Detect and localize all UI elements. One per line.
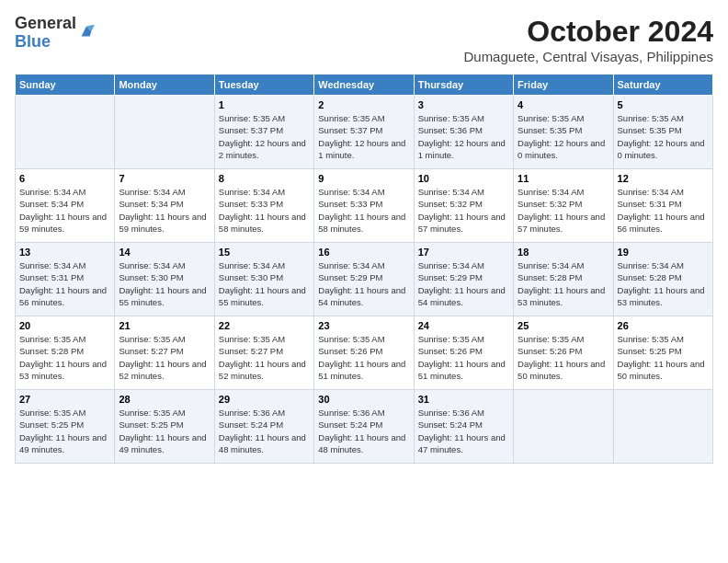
day-detail: Sunrise: 5:34 AM Sunset: 5:32 PM Dayligh… bbox=[518, 186, 609, 235]
calendar-cell: 12Sunrise: 5:34 AM Sunset: 5:31 PM Dayli… bbox=[613, 169, 712, 243]
day-detail: Sunrise: 5:34 AM Sunset: 5:30 PM Dayligh… bbox=[219, 259, 310, 308]
day-detail: Sunrise: 5:35 AM Sunset: 5:36 PM Dayligh… bbox=[418, 112, 509, 161]
day-number: 16 bbox=[318, 247, 409, 258]
calendar-cell: 2Sunrise: 5:35 AM Sunset: 5:37 PM Daylig… bbox=[314, 96, 414, 169]
calendar-week-row: 6Sunrise: 5:34 AM Sunset: 5:34 PM Daylig… bbox=[16, 169, 713, 243]
day-number: 27 bbox=[19, 394, 110, 405]
day-number: 14 bbox=[119, 247, 210, 258]
day-number: 6 bbox=[19, 173, 110, 184]
day-number: 13 bbox=[19, 247, 110, 258]
day-detail: Sunrise: 5:34 AM Sunset: 5:30 PM Dayligh… bbox=[119, 259, 210, 308]
day-detail: Sunrise: 5:34 AM Sunset: 5:28 PM Dayligh… bbox=[618, 259, 709, 308]
day-number: 4 bbox=[518, 99, 609, 110]
day-detail: Sunrise: 5:34 AM Sunset: 5:29 PM Dayligh… bbox=[318, 259, 409, 308]
calendar-week-row: 27Sunrise: 5:35 AM Sunset: 5:25 PM Dayli… bbox=[16, 390, 713, 464]
calendar-cell bbox=[16, 96, 115, 169]
day-number: 29 bbox=[219, 394, 310, 405]
day-number: 28 bbox=[119, 394, 210, 405]
calendar-week-row: 1Sunrise: 5:35 AM Sunset: 5:37 PM Daylig… bbox=[16, 96, 713, 169]
calendar-cell bbox=[115, 96, 214, 169]
title-block: October 2024 Dumaguete, Central Visayas,… bbox=[463, 15, 713, 64]
day-number: 11 bbox=[518, 173, 609, 184]
day-detail: Sunrise: 5:34 AM Sunset: 5:29 PM Dayligh… bbox=[418, 259, 509, 308]
calendar-cell bbox=[613, 390, 712, 464]
calendar-cell: 22Sunrise: 5:35 AM Sunset: 5:27 PM Dayli… bbox=[214, 316, 313, 390]
day-number: 9 bbox=[318, 173, 409, 184]
calendar-cell: 19Sunrise: 5:34 AM Sunset: 5:28 PM Dayli… bbox=[613, 243, 712, 316]
calendar-cell: 13Sunrise: 5:34 AM Sunset: 5:31 PM Dayli… bbox=[16, 243, 115, 316]
weekday-header-thursday: Thursday bbox=[414, 75, 513, 96]
calendar-cell bbox=[514, 390, 613, 464]
day-detail: Sunrise: 5:35 AM Sunset: 5:26 PM Dayligh… bbox=[318, 333, 409, 382]
day-detail: Sunrise: 5:34 AM Sunset: 5:33 PM Dayligh… bbox=[318, 186, 409, 235]
day-detail: Sunrise: 5:35 AM Sunset: 5:37 PM Dayligh… bbox=[219, 112, 310, 161]
day-detail: Sunrise: 5:34 AM Sunset: 5:33 PM Dayligh… bbox=[219, 186, 310, 235]
calendar-week-row: 13Sunrise: 5:34 AM Sunset: 5:31 PM Dayli… bbox=[16, 243, 713, 316]
day-detail: Sunrise: 5:35 AM Sunset: 5:35 PM Dayligh… bbox=[518, 112, 609, 161]
calendar-cell: 27Sunrise: 5:35 AM Sunset: 5:25 PM Dayli… bbox=[16, 390, 115, 464]
calendar-cell: 10Sunrise: 5:34 AM Sunset: 5:32 PM Dayli… bbox=[414, 169, 513, 243]
day-number: 10 bbox=[418, 173, 509, 184]
day-number: 24 bbox=[418, 320, 509, 331]
day-detail: Sunrise: 5:35 AM Sunset: 5:25 PM Dayligh… bbox=[618, 333, 709, 382]
weekday-header-row: SundayMondayTuesdayWednesdayThursdayFrid… bbox=[16, 75, 713, 96]
day-number: 8 bbox=[219, 173, 310, 184]
weekday-header-sunday: Sunday bbox=[16, 75, 115, 96]
day-number: 31 bbox=[418, 394, 509, 405]
calendar-cell: 4Sunrise: 5:35 AM Sunset: 5:35 PM Daylig… bbox=[514, 96, 613, 169]
day-number: 22 bbox=[219, 320, 310, 331]
day-detail: Sunrise: 5:35 AM Sunset: 5:25 PM Dayligh… bbox=[119, 407, 210, 455]
logo: General Blue bbox=[15, 15, 95, 52]
weekday-header-tuesday: Tuesday bbox=[214, 75, 313, 96]
day-number: 19 bbox=[618, 247, 709, 258]
day-detail: Sunrise: 5:34 AM Sunset: 5:34 PM Dayligh… bbox=[19, 186, 110, 235]
day-detail: Sunrise: 5:35 AM Sunset: 5:26 PM Dayligh… bbox=[418, 333, 509, 382]
day-number: 20 bbox=[19, 320, 110, 331]
day-detail: Sunrise: 5:35 AM Sunset: 5:35 PM Dayligh… bbox=[618, 112, 709, 161]
day-number: 17 bbox=[418, 247, 509, 258]
day-number: 30 bbox=[318, 394, 409, 405]
calendar-cell: 17Sunrise: 5:34 AM Sunset: 5:29 PM Dayli… bbox=[414, 243, 513, 316]
day-number: 26 bbox=[618, 320, 709, 331]
calendar-table: SundayMondayTuesdayWednesdayThursdayFrid… bbox=[15, 74, 713, 464]
calendar-cell: 14Sunrise: 5:34 AM Sunset: 5:30 PM Dayli… bbox=[115, 243, 214, 316]
calendar-cell: 25Sunrise: 5:35 AM Sunset: 5:26 PM Dayli… bbox=[514, 316, 613, 390]
day-number: 1 bbox=[219, 99, 310, 110]
calendar-cell: 5Sunrise: 5:35 AM Sunset: 5:35 PM Daylig… bbox=[613, 96, 712, 169]
day-detail: Sunrise: 5:34 AM Sunset: 5:28 PM Dayligh… bbox=[518, 259, 609, 308]
day-number: 23 bbox=[318, 320, 409, 331]
day-detail: Sunrise: 5:34 AM Sunset: 5:32 PM Dayligh… bbox=[418, 186, 509, 235]
calendar-cell: 6Sunrise: 5:34 AM Sunset: 5:34 PM Daylig… bbox=[16, 169, 115, 243]
calendar-cell: 21Sunrise: 5:35 AM Sunset: 5:27 PM Dayli… bbox=[115, 316, 214, 390]
calendar-cell: 8Sunrise: 5:34 AM Sunset: 5:33 PM Daylig… bbox=[214, 169, 313, 243]
calendar-cell: 28Sunrise: 5:35 AM Sunset: 5:25 PM Dayli… bbox=[115, 390, 214, 464]
calendar-cell: 20Sunrise: 5:35 AM Sunset: 5:28 PM Dayli… bbox=[16, 316, 115, 390]
day-detail: Sunrise: 5:35 AM Sunset: 5:25 PM Dayligh… bbox=[19, 407, 110, 455]
day-number: 12 bbox=[618, 173, 709, 184]
weekday-header-saturday: Saturday bbox=[613, 75, 712, 96]
logo-line2: Blue bbox=[15, 33, 76, 52]
day-detail: Sunrise: 5:34 AM Sunset: 5:31 PM Dayligh… bbox=[19, 259, 110, 308]
day-number: 15 bbox=[219, 247, 310, 258]
calendar-cell: 24Sunrise: 5:35 AM Sunset: 5:26 PM Dayli… bbox=[414, 316, 513, 390]
page-header: General Blue October 2024 Dumaguete, Cen… bbox=[15, 15, 713, 64]
day-number: 25 bbox=[518, 320, 609, 331]
day-detail: Sunrise: 5:35 AM Sunset: 5:26 PM Dayligh… bbox=[518, 333, 609, 382]
calendar-cell: 23Sunrise: 5:35 AM Sunset: 5:26 PM Dayli… bbox=[314, 316, 414, 390]
weekday-header-wednesday: Wednesday bbox=[314, 75, 414, 96]
calendar-cell: 15Sunrise: 5:34 AM Sunset: 5:30 PM Dayli… bbox=[214, 243, 313, 316]
logo-text: General Blue bbox=[15, 15, 76, 52]
day-number: 3 bbox=[418, 99, 509, 110]
day-number: 21 bbox=[119, 320, 210, 331]
page-title: October 2024 bbox=[463, 15, 713, 49]
day-number: 18 bbox=[518, 247, 609, 258]
calendar-cell: 9Sunrise: 5:34 AM Sunset: 5:33 PM Daylig… bbox=[314, 169, 414, 243]
weekday-header-monday: Monday bbox=[115, 75, 214, 96]
calendar-week-row: 20Sunrise: 5:35 AM Sunset: 5:28 PM Dayli… bbox=[16, 316, 713, 390]
day-detail: Sunrise: 5:35 AM Sunset: 5:37 PM Dayligh… bbox=[318, 112, 409, 161]
calendar-cell: 11Sunrise: 5:34 AM Sunset: 5:32 PM Dayli… bbox=[514, 169, 613, 243]
day-number: 5 bbox=[618, 99, 709, 110]
day-detail: Sunrise: 5:36 AM Sunset: 5:24 PM Dayligh… bbox=[219, 407, 310, 455]
calendar-cell: 26Sunrise: 5:35 AM Sunset: 5:25 PM Dayli… bbox=[613, 316, 712, 390]
day-detail: Sunrise: 5:36 AM Sunset: 5:24 PM Dayligh… bbox=[418, 407, 509, 455]
